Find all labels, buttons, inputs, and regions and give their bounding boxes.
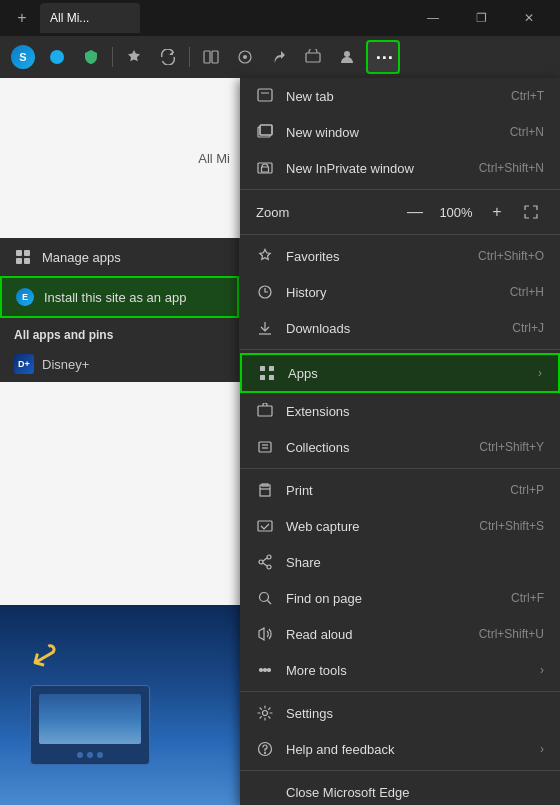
svg-rect-2 <box>204 51 210 63</box>
new-tab-label: New tab <box>286 89 499 104</box>
webcapture-icon <box>256 517 274 535</box>
helpfeedback-label: Help and feedback <box>286 742 528 757</box>
svg-rect-8 <box>16 250 22 256</box>
menu-item-webcapture[interactable]: Web capture Ctrl+Shift+S <box>240 508 560 544</box>
browser-essentials-icon[interactable] <box>230 42 260 72</box>
new-window-label: New window <box>286 125 498 140</box>
title-bar: + All Mi... — ❐ ✕ <box>0 0 560 36</box>
zoom-out-button[interactable]: — <box>402 199 428 225</box>
disney-label: Disney+ <box>42 357 89 372</box>
minimize-button[interactable]: — <box>410 0 456 36</box>
apps-menu-icon <box>258 364 276 382</box>
browser-content: All Mi Manage apps E Install this site a… <box>0 78 240 805</box>
disney-icon: D+ <box>14 354 34 374</box>
svg-rect-6 <box>306 53 320 62</box>
svg-point-45 <box>265 753 266 754</box>
apps-label: Apps <box>288 366 526 381</box>
svg-rect-26 <box>258 406 272 416</box>
inprivate-shortcut: Ctrl+Shift+N <box>479 161 544 175</box>
readaloud-icon <box>256 625 274 643</box>
menu-item-history[interactable]: History Ctrl+H <box>240 274 560 310</box>
restore-button[interactable]: ❐ <box>458 0 504 36</box>
print-icon <box>256 481 274 499</box>
extensions-icon <box>256 402 274 420</box>
install-site-item[interactable]: E Install this site as an app <box>0 276 239 318</box>
active-tab[interactable]: All Mi... <box>40 3 140 33</box>
menu-item-settings[interactable]: Settings <box>240 695 560 731</box>
menu-item-apps[interactable]: Apps › <box>240 353 560 393</box>
main-area: All Mi Manage apps E Install this site a… <box>0 78 560 805</box>
svg-point-42 <box>268 669 271 672</box>
print-label: Print <box>286 483 498 498</box>
svg-point-40 <box>260 669 263 672</box>
svg-rect-18 <box>262 167 269 172</box>
tab-label: All Mi... <box>50 11 89 25</box>
separator-1 <box>240 189 560 190</box>
menu-item-readaloud[interactable]: Read aloud Ctrl+Shift+U <box>240 616 560 652</box>
inprivate-icon <box>256 159 274 177</box>
menu-item-favorites[interactable]: Favorites Ctrl+Shift+O <box>240 238 560 274</box>
window-controls: — ❐ ✕ <box>410 0 552 36</box>
svg-rect-11 <box>24 258 30 264</box>
install-site-label: Install this site as an app <box>44 290 186 305</box>
new-tab-icon <box>256 87 274 105</box>
downloads-shortcut: Ctrl+J <box>512 321 544 335</box>
share-icon[interactable] <box>264 42 294 72</box>
readaloud-shortcut: Ctrl+Shift+U <box>479 627 544 641</box>
menu-item-closeedge[interactable]: Close Microsoft Edge <box>240 774 560 805</box>
svg-rect-25 <box>269 375 274 380</box>
toolbar-separator-1 <box>112 47 113 67</box>
help-icon <box>256 740 274 758</box>
shield-icon <box>76 42 106 72</box>
menu-item-new-tab[interactable]: New tab Ctrl+T <box>240 78 560 114</box>
svg-rect-12 <box>258 89 272 101</box>
menu-item-collections[interactable]: Collections Ctrl+Shift+Y <box>240 429 560 465</box>
menu-item-print[interactable]: Print Ctrl+P <box>240 472 560 508</box>
favorites-icon[interactable] <box>119 42 149 72</box>
split-screen-icon[interactable] <box>196 42 226 72</box>
history-icon <box>256 283 274 301</box>
tab-area: All Mi... <box>36 3 410 33</box>
refresh-icon[interactable] <box>153 42 183 72</box>
zoom-in-button[interactable]: + <box>484 199 510 225</box>
settings-menu-icon <box>256 704 274 722</box>
manage-apps-item[interactable]: Manage apps <box>0 238 239 276</box>
history-shortcut: Ctrl+H <box>510 285 544 299</box>
disney-item[interactable]: D+ Disney+ <box>0 346 239 382</box>
inprivate-label: New InPrivate window <box>286 161 467 176</box>
menu-item-inprivate[interactable]: New InPrivate window Ctrl+Shift+N <box>240 150 560 186</box>
svg-rect-23 <box>269 366 274 371</box>
edge-logo-icon: S <box>11 45 35 69</box>
edge-logo: S <box>8 42 38 72</box>
svg-rect-3 <box>212 51 218 63</box>
svg-point-33 <box>267 555 271 559</box>
svg-rect-22 <box>260 366 265 371</box>
menu-item-extensions[interactable]: Extensions <box>240 393 560 429</box>
favorites-menu-icon <box>256 247 274 265</box>
apps-arrow-icon: › <box>538 366 542 380</box>
page-title-text: All Mi <box>198 151 230 166</box>
share-label: Share <box>286 555 544 570</box>
settings-button[interactable]: ⋯ <box>366 40 400 74</box>
menu-item-findonpage[interactable]: Find on page Ctrl+F <box>240 580 560 616</box>
menu-item-moretools[interactable]: More tools › <box>240 652 560 688</box>
svg-point-38 <box>260 593 269 602</box>
menu-item-new-window[interactable]: New window Ctrl+N <box>240 114 560 150</box>
separator-2 <box>240 234 560 235</box>
close-button[interactable]: ✕ <box>506 0 552 36</box>
svg-point-5 <box>243 55 247 59</box>
new-window-icon <box>256 123 274 141</box>
new-window-shortcut: Ctrl+N <box>510 125 544 139</box>
manage-apps-icon <box>14 248 32 266</box>
card-decoration <box>30 685 150 765</box>
new-tab-button[interactable]: + <box>8 4 36 32</box>
collections-icon[interactable] <box>298 42 328 72</box>
menu-item-helpfeedback[interactable]: Help and feedback › <box>240 731 560 767</box>
menu-item-share[interactable]: Share <box>240 544 560 580</box>
profile-icon[interactable] <box>332 42 362 72</box>
card-dot-1 <box>77 752 83 758</box>
menu-item-downloads[interactable]: Downloads Ctrl+J <box>240 310 560 346</box>
svg-point-35 <box>267 565 271 569</box>
favorites-shortcut: Ctrl+Shift+O <box>478 249 544 263</box>
zoom-expand-button[interactable] <box>518 199 544 225</box>
